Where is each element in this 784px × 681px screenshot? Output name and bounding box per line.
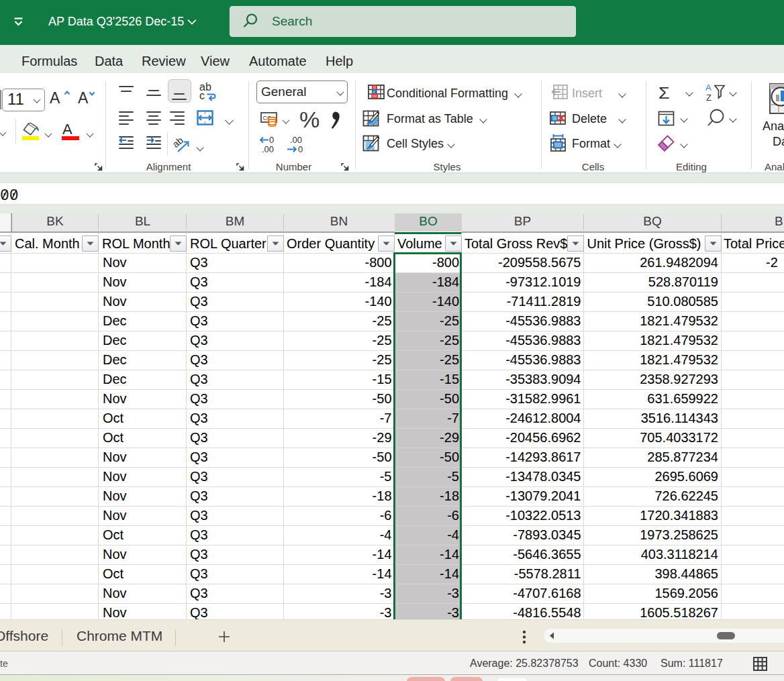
svg-text:.00: .00	[262, 144, 274, 154]
svg-text:Z: Z	[706, 93, 712, 102]
svg-text:0: 0	[298, 144, 303, 154]
svg-text:A: A	[705, 83, 712, 93]
